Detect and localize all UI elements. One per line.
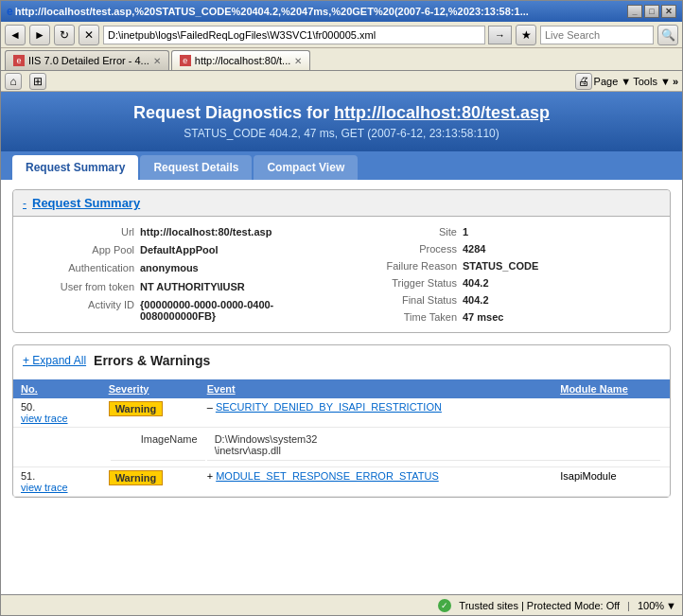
toolbar-icons: 🖨 Page ▼ Tools ▼ » <box>575 73 678 90</box>
print-icon[interactable]: 🖨 <box>575 73 592 90</box>
sub-label-imagename: ImageName <box>111 431 205 461</box>
col-event[interactable]: Event <box>200 379 553 398</box>
row-51-module: IsapiModule <box>552 467 670 497</box>
address-input[interactable] <box>103 26 485 44</box>
col-no[interactable]: No. <box>13 379 101 398</box>
stop-button[interactable]: ✕ <box>79 25 99 45</box>
label-apppool: App Pool <box>21 242 134 257</box>
summary-right-col: Site 1 Process 4284 Failure Reason STATU… <box>343 224 662 325</box>
value-process: 4284 <box>463 241 662 256</box>
page-subtitle: STATUS_CODE 404.2, 47 ms, GET (2007-6-12… <box>20 127 663 140</box>
iis-page-header: Request Diagnostics for http://localhost… <box>1 92 682 151</box>
zoom-level: 100% <box>638 600 664 611</box>
value-auth: anonymous <box>140 260 340 275</box>
event-link-50[interactable]: SECURITY_DENIED_BY_ISAPI_RESTRICTION <box>216 401 442 413</box>
row-50-no: 50. view trace <box>13 398 101 428</box>
favorites-button[interactable]: ★ <box>516 25 536 45</box>
value-triggerstatus: 404.2 <box>463 275 662 290</box>
refresh-button[interactable]: ↻ <box>54 25 75 45</box>
label-url: Url <box>21 224 134 239</box>
request-summary-section: - Request Summary Url http://localhost:8… <box>12 189 671 333</box>
table-row: 51. view trace Warning + MODULE_SET_RESP… <box>13 467 670 497</box>
home-button[interactable]: ⌂ <box>5 73 22 90</box>
summary-left-col: Url http://localhost:80/test.asp App Poo… <box>21 224 340 325</box>
double-arrow: » <box>673 76 678 87</box>
label-activityid: Activity ID <box>21 297 134 312</box>
search-go-button[interactable]: 🔍 <box>657 25 678 45</box>
tab-close-2[interactable]: ✕ <box>294 56 302 66</box>
label-process: Process <box>343 241 457 256</box>
iis-tab-request-summary[interactable]: Request Summary <box>12 155 138 180</box>
iis-body: - Request Summary Url http://localhost:8… <box>1 180 682 519</box>
search-input[interactable] <box>540 26 654 44</box>
table-row-sub-50: ImageName D:\Windows\system32\inetsrv\as… <box>13 428 670 467</box>
zoom-arrow: ▼ <box>666 600 676 611</box>
warning-badge-51: Warning <box>109 470 164 485</box>
browser-window: e http://localhost/test.asp,%20STATUS_CO… <box>0 0 683 616</box>
tab-label-2: http://localhost:80/t... <box>195 55 291 66</box>
row-51-severity: Warning <box>101 467 200 497</box>
section-header: - Request Summary <box>13 190 670 217</box>
tools-menu[interactable]: Tools ▼ <box>633 76 671 87</box>
page-content: Request Diagnostics for http://localhost… <box>1 92 682 594</box>
back-button[interactable]: ◄ <box>5 25 26 45</box>
label-userfromtoken: User from token <box>21 279 134 294</box>
section-title[interactable]: Request Summary <box>32 196 140 210</box>
expand-all-button[interactable]: + Expand All <box>23 354 86 367</box>
collapse-button[interactable]: - <box>23 197 26 210</box>
row-50-module <box>552 398 670 428</box>
errors-section-header: + Expand All Errors & Warnings <box>13 345 670 376</box>
table-row: 50. view trace Warning – SECURITY_DENIED… <box>13 398 670 428</box>
value-site: 1 <box>463 224 662 239</box>
row-50-severity: Warning <box>101 398 200 428</box>
errors-warnings-section: + Expand All Errors & Warnings No. Sever… <box>12 344 671 498</box>
header-url-link[interactable]: http://localhost:80/test.asp <box>334 103 550 122</box>
label-finalstatus: Final Status <box>343 292 457 308</box>
status-bar-right: ✓ Trusted sites | Protected Mode: Off | … <box>438 599 676 612</box>
value-activityid: {00000000-0000-0000-0400-0080000000FB} <box>140 297 340 324</box>
col-module[interactable]: Module Name <box>552 379 670 398</box>
tab-favicon-2: e <box>180 55 191 66</box>
maximize-button[interactable]: □ <box>644 5 659 18</box>
value-userfromtoken: NT AUTHORITY\IUSR <box>140 279 340 294</box>
row-51-no: 51. view trace <box>13 467 101 497</box>
title-bar: e http://localhost/test.asp,%20STATUS_CO… <box>1 1 682 22</box>
col-severity[interactable]: Severity <box>101 379 200 398</box>
event-link-51[interactable]: MODULE_SET_RESPONSE_ERROR_STATUS <box>216 470 439 482</box>
address-bar: → <box>103 26 512 44</box>
status-bar: ✓ Trusted sites | Protected Mode: Off | … <box>1 594 682 615</box>
menu-bar: ⌂ ⊞ 🖨 Page ▼ Tools ▼ » <box>1 71 682 92</box>
label-auth: Authentication <box>21 260 134 275</box>
view-trace-51[interactable]: view trace <box>21 482 68 493</box>
view-trace-50[interactable]: view trace <box>21 413 68 424</box>
minimize-button[interactable]: _ <box>627 5 642 18</box>
errors-section-title: Errors & Warnings <box>94 353 210 368</box>
trusted-icon: ✓ <box>438 599 451 612</box>
page-menu[interactable]: Page ▼ <box>594 76 632 87</box>
trusted-text: Trusted sites | Protected Mode: Off <box>459 600 620 611</box>
label-triggerstatus: Trigger Status <box>343 275 457 290</box>
tab-favicon-1: e <box>13 55 25 66</box>
row-50-sub-content: ImageName D:\Windows\system32\inetsrv\as… <box>101 428 670 467</box>
summary-grid: Url http://localhost:80/test.asp App Poo… <box>13 217 670 332</box>
label-failurereason: Failure Reason <box>343 258 457 273</box>
tab-close-1[interactable]: ✕ <box>153 56 161 66</box>
errors-table: No. Severity Event Module Name 50. view … <box>13 379 670 497</box>
value-apppool: DefaultAppPool <box>140 242 340 257</box>
tab-iis-error[interactable]: e IIS 7.0 Detailed Error - 4... ✕ <box>5 50 169 70</box>
navigation-toolbar: ◄ ► ↻ ✕ → ★ 🔍 <box>1 22 682 48</box>
go-button[interactable]: → <box>488 26 512 44</box>
label-timetaken: Time Taken <box>343 309 457 325</box>
iis-tab-bar: Request Summary Request Details Compact … <box>1 151 682 180</box>
iis-tab-compact-view[interactable]: Compact View <box>254 155 358 180</box>
warning-badge-50: Warning <box>109 401 164 416</box>
iis-tab-request-details[interactable]: Request Details <box>140 155 252 180</box>
close-button[interactable]: ✕ <box>661 5 676 18</box>
tab-localhost[interactable]: e http://localhost:80/t... ✕ <box>171 50 311 70</box>
forward-button[interactable]: ► <box>29 25 50 45</box>
row-50-event: – SECURITY_DENIED_BY_ISAPI_RESTRICTION <box>200 398 553 428</box>
feeds-button[interactable]: ⊞ <box>29 73 46 90</box>
ie-logo: e <box>7 5 13 18</box>
zoom-control[interactable]: 100% ▼ <box>638 600 676 611</box>
label-site: Site <box>343 224 457 239</box>
